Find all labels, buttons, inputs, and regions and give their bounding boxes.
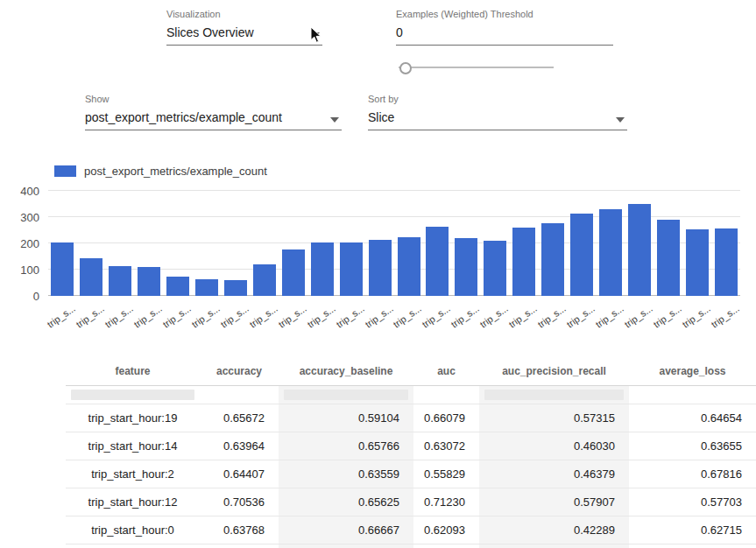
metric-cell: 0.63559 <box>279 460 413 488</box>
metrics-table: featureaccuracyaccuracy_baselineaucauc_p… <box>66 357 756 548</box>
x-axis-label: trip_s... <box>593 303 625 330</box>
bar-slot <box>164 191 193 296</box>
metric-cell: 0.63964 <box>200 432 279 460</box>
filter-cell <box>279 386 413 404</box>
visualization-selected-value: Slices Overview <box>166 25 254 39</box>
bar-slot <box>106 191 135 296</box>
bar-slot <box>279 191 307 296</box>
x-axis-label: trip_s... <box>363 303 394 330</box>
threshold-input[interactable]: 0 <box>396 25 613 46</box>
bar[interactable] <box>570 214 593 296</box>
metric-cell: 0.57703 <box>629 488 756 516</box>
bar[interactable] <box>715 228 738 296</box>
x-axis-label-slot: trip_s... <box>279 299 307 339</box>
bar[interactable] <box>369 240 392 296</box>
bar[interactable] <box>166 277 189 297</box>
y-axis-tick: 400 <box>4 186 39 197</box>
table-row[interactable]: trip_start_hour:20.644070.635590.558290.… <box>66 460 756 488</box>
metric-cell: 0.62093 <box>413 516 479 544</box>
bar[interactable] <box>138 267 160 296</box>
table-row[interactable]: trip_start_hour:00.637680.666670.620930.… <box>66 516 756 544</box>
bar[interactable] <box>426 227 449 297</box>
show-select[interactable]: post_export_metrics/example_count <box>85 110 342 130</box>
bar[interactable] <box>253 264 276 296</box>
bar[interactable] <box>657 220 680 296</box>
bar[interactable] <box>109 266 131 296</box>
bar[interactable] <box>224 280 247 296</box>
bar[interactable] <box>686 229 709 296</box>
dropdown-caret-icon[interactable] <box>330 117 339 123</box>
metric-cell: 0.66079 <box>413 404 479 432</box>
sort-by-select[interactable]: Slice <box>368 110 627 130</box>
column-header-auc_precision_recall[interactable]: auc_precision_recall <box>479 357 629 386</box>
bar[interactable] <box>311 242 334 297</box>
slider-thumb[interactable] <box>399 62 412 74</box>
bar[interactable] <box>340 242 363 296</box>
y-axis-tick: 100 <box>4 264 39 276</box>
bar[interactable] <box>599 209 622 296</box>
x-axis-label: trip_s... <box>680 303 711 330</box>
feature-cell: trip_start_hour:14 <box>66 432 200 460</box>
threshold-slider[interactable] <box>399 60 554 74</box>
y-axis-tick: 0 <box>4 291 39 302</box>
table-row[interactable]: trip_start_hour:230.660160.648440.583370… <box>66 544 756 548</box>
column-header-auc[interactable]: auc <box>413 357 479 386</box>
y-axis-tick: 200 <box>4 238 39 249</box>
sort-by-label: Sort by <box>368 94 627 104</box>
metric-cell: 0.65142 <box>629 544 756 548</box>
x-axis-label: trip_s... <box>103 303 135 330</box>
bar[interactable] <box>512 228 535 296</box>
bar-slot <box>597 191 625 296</box>
table-row[interactable]: trip_start_hour:190.656720.591040.660790… <box>66 404 756 432</box>
x-axis-label: trip_s... <box>651 303 682 330</box>
dropdown-caret-icon[interactable] <box>616 117 625 123</box>
bar[interactable] <box>455 238 477 296</box>
slider-track[interactable] <box>399 67 554 68</box>
x-axis-label-slot: trip_s... <box>48 299 77 339</box>
metric-cell: 0.71230 <box>413 488 479 516</box>
table-row[interactable]: trip_start_hour:120.705360.656250.712300… <box>66 488 756 516</box>
visualization-select[interactable]: Slices Overview <box>166 25 322 46</box>
x-axis-label-slot: trip_s... <box>164 299 193 339</box>
x-axis-label-slot: trip_s... <box>539 299 568 339</box>
bar[interactable] <box>484 241 506 296</box>
filter-input[interactable] <box>71 390 194 400</box>
column-header-feature[interactable]: feature <box>66 357 200 386</box>
mouse-cursor-icon <box>309 26 322 45</box>
metric-cell: 0.67816 <box>629 460 756 488</box>
bar[interactable] <box>541 223 564 296</box>
x-axis-label-slot: trip_s... <box>711 299 740 339</box>
metric-cell: 0.57907 <box>479 488 629 516</box>
column-header-accuracy_baseline[interactable]: accuracy_baseline <box>279 357 413 386</box>
x-axis-label: trip_s... <box>536 303 568 330</box>
bar-slot <box>510 191 539 296</box>
filter-input[interactable] <box>484 390 624 400</box>
x-axis-label-slot: trip_s... <box>481 299 510 339</box>
filter-input[interactable] <box>284 390 408 400</box>
metric-cell: 0.65672 <box>200 404 279 432</box>
metric-cell: 0.64844 <box>279 544 413 548</box>
filter-cell <box>66 386 200 404</box>
x-axis-label-slot: trip_s... <box>682 299 711 339</box>
column-header-accuracy[interactable]: accuracy <box>200 357 279 386</box>
bar-slot <box>394 191 423 296</box>
bar[interactable] <box>51 242 74 297</box>
bar[interactable] <box>398 237 420 296</box>
show-control: Show post_export_metrics/example_count <box>85 94 342 130</box>
column-header-average_loss[interactable]: average_loss <box>629 357 756 386</box>
filter-row <box>66 386 756 404</box>
sort-by-selected-value: Slice <box>368 110 394 124</box>
x-axis-label: trip_s... <box>247 303 279 330</box>
table-row[interactable]: trip_start_hour:140.639640.657660.630720… <box>66 432 756 460</box>
visualization-control: Visualization Slices Overview <box>166 9 322 46</box>
bar[interactable] <box>80 258 102 296</box>
metric-cell: 0.44173 <box>479 544 629 548</box>
metric-cell: 0.66667 <box>279 516 413 544</box>
bar[interactable] <box>195 279 218 297</box>
table-body: trip_start_hour:190.656720.591040.660790… <box>66 386 756 548</box>
bar[interactable] <box>282 249 305 296</box>
bar-slot <box>625 191 654 296</box>
bar[interactable] <box>628 204 651 296</box>
metric-cell: 0.64407 <box>200 460 279 488</box>
x-axis-label: trip_s... <box>478 303 510 330</box>
